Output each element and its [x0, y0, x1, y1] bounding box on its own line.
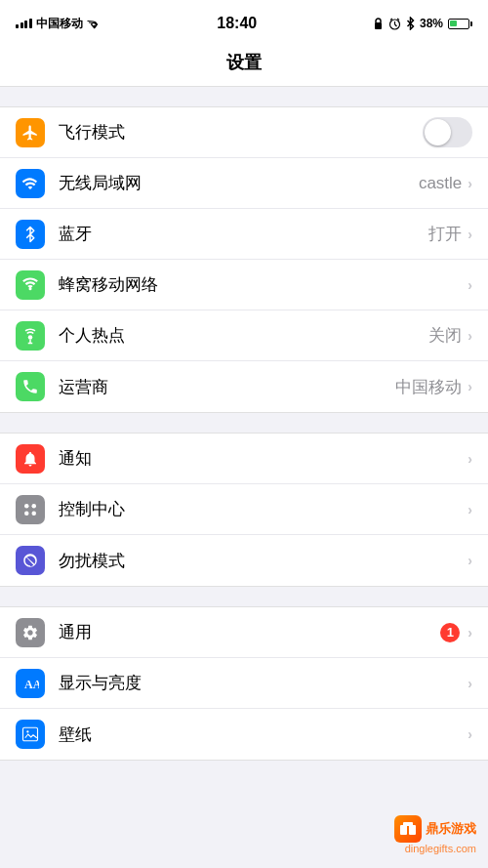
bluetooth-label: 蓝牙	[59, 223, 428, 245]
svg-point-11	[32, 504, 37, 509]
control-center-icon	[21, 501, 39, 518]
bluetooth-icon-container	[16, 220, 45, 249]
carrier-label: 运营商	[59, 376, 395, 398]
chevron-icon: ›	[468, 502, 472, 517]
chevron-icon: ›	[468, 227, 472, 242]
chevron-icon: ›	[468, 553, 472, 568]
carrier-icon-container	[16, 372, 45, 401]
list-item[interactable]: 通用 1 ›	[0, 607, 488, 658]
watermark-logo	[394, 815, 422, 843]
battery-percent: 38%	[420, 17, 443, 30]
watermark: 鼎乐游戏 dinglegifts.com	[394, 815, 476, 854]
display-label: 显示与亮度	[59, 672, 468, 694]
bluetooth-status-icon	[406, 17, 415, 30]
section-general: 通用 1 › AA 显示与亮度 › 壁纸 ›	[0, 606, 488, 761]
watermark-text: 鼎乐游戏	[426, 820, 476, 838]
toggle-thumb	[425, 119, 451, 145]
display-icon: AA	[21, 675, 39, 692]
svg-line-3	[394, 24, 396, 26]
chevron-icon: ›	[468, 328, 472, 344]
cellular-icon-container	[16, 270, 45, 300]
hotspot-icon	[21, 327, 39, 345]
hotspot-label: 个人热点	[59, 324, 428, 347]
cellular-label: 蜂窝移动网络	[59, 273, 468, 296]
wifi-icon-container	[16, 169, 45, 198]
list-item[interactable]: 飞行模式	[0, 107, 488, 158]
list-item[interactable]: 无线局域网 castle ›	[0, 158, 488, 209]
airplane-icon-container	[16, 118, 45, 147]
notification-icon-container	[16, 444, 45, 474]
svg-rect-15	[23, 727, 38, 741]
display-icon-container: AA	[16, 669, 45, 698]
section-notifications: 通知 › 控制中心 › 勿扰模式 ›	[0, 433, 488, 587]
svg-point-6	[29, 287, 32, 290]
general-badge: 1	[440, 623, 460, 642]
battery-icon	[448, 19, 472, 29]
lock-icon	[373, 18, 384, 30]
chevron-icon: ›	[468, 451, 472, 467]
control-center-icon-container	[16, 495, 45, 524]
chevron-icon: ›	[468, 176, 472, 191]
airplane-toggle[interactable]	[423, 117, 472, 147]
svg-point-13	[32, 511, 37, 516]
chevron-icon: ›	[468, 625, 472, 641]
svg-point-7	[28, 335, 33, 340]
dnd-icon	[21, 552, 39, 569]
list-item[interactable]: 蜂窝移动网络 ›	[0, 260, 488, 310]
chevron-icon: ›	[468, 277, 472, 293]
alarm-icon	[388, 18, 401, 30]
bluetooth-value: 打开	[428, 223, 462, 245]
svg-rect-17	[400, 825, 407, 835]
status-bar: 中国移动 18:40 38%	[0, 0, 488, 43]
control-center-label: 控制中心	[59, 498, 468, 520]
carrier-value: 中国移动	[395, 376, 462, 398]
wallpaper-icon-container	[16, 720, 45, 749]
list-item[interactable]: 个人热点 关闭 ›	[0, 310, 488, 361]
dnd-icon-container	[16, 546, 45, 575]
svg-point-10	[24, 504, 29, 509]
list-item[interactable]: 通知 ›	[0, 434, 488, 484]
chevron-icon: ›	[468, 726, 472, 742]
hotspot-value: 关闭	[428, 324, 462, 347]
list-item[interactable]: 控制中心 ›	[0, 484, 488, 535]
chevron-icon: ›	[468, 379, 472, 394]
status-left: 中国移动	[16, 16, 102, 32]
list-item[interactable]: 蓝牙 打开 ›	[0, 209, 488, 260]
hotspot-icon-container	[16, 321, 45, 351]
svg-point-12	[24, 511, 29, 516]
notifications-label: 通知	[59, 447, 468, 470]
wifi-status-icon	[87, 18, 102, 29]
wifi-icon	[21, 175, 39, 192]
airplane-icon	[21, 124, 39, 142]
svg-rect-19	[403, 822, 413, 826]
chevron-icon: ›	[468, 676, 472, 691]
svg-text:AA: AA	[24, 677, 39, 690]
section-connectivity: 飞行模式 无线局域网 castle › 蓝牙 打开 ›	[0, 106, 488, 413]
status-right: 38%	[373, 17, 472, 30]
bluetooth-icon	[23, 226, 37, 243]
general-icon-container	[16, 618, 45, 647]
time-label: 18:40	[217, 15, 257, 32]
list-item[interactable]: AA 显示与亮度 ›	[0, 658, 488, 709]
page-title: 设置	[0, 51, 488, 74]
signal-icon	[16, 19, 32, 28]
general-label: 通用	[59, 621, 440, 643]
general-icon	[21, 624, 39, 641]
carrier-icon	[21, 378, 39, 395]
wallpaper-icon	[21, 725, 39, 743]
airplane-label: 飞行模式	[59, 121, 423, 144]
svg-rect-18	[409, 825, 416, 835]
svg-rect-0	[375, 22, 382, 29]
nav-bar: 设置	[0, 43, 488, 87]
list-item[interactable]: 勿扰模式 ›	[0, 535, 488, 586]
cellular-icon	[21, 276, 39, 294]
svg-point-16	[26, 730, 28, 732]
watermark-url: dinglegifts.com	[405, 843, 476, 854]
list-item[interactable]: 运营商 中国移动 ›	[0, 361, 488, 412]
list-item[interactable]: 壁纸 ›	[0, 709, 488, 760]
dnd-label: 勿扰模式	[59, 550, 468, 572]
wifi-label: 无线局域网	[59, 172, 419, 194]
carrier-label: 中国移动	[36, 16, 83, 32]
wifi-value: castle	[419, 174, 462, 193]
notification-icon	[21, 450, 39, 468]
